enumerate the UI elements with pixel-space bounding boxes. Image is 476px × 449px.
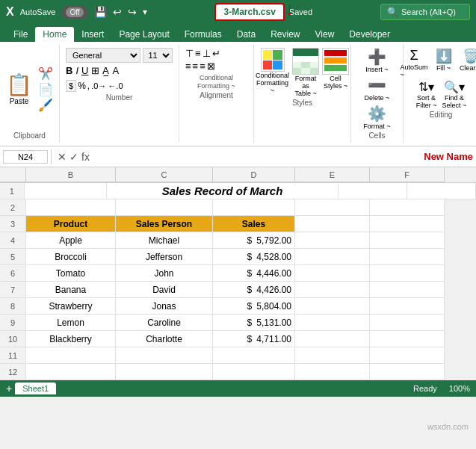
redo-icon[interactable]: ↪: [128, 6, 137, 18]
col-header-c[interactable]: C: [116, 167, 213, 182]
cell-d12[interactable]: [213, 364, 295, 380]
delete-cells-button[interactable]: ➖ Delete ~: [365, 76, 390, 102]
cell-d5[interactable]: $4,528.00: [213, 249, 295, 265]
cell-e4[interactable]: [295, 232, 370, 249]
cell-b3-header[interactable]: Product: [26, 216, 116, 232]
merge-icon[interactable]: ⊠: [207, 61, 215, 72]
filename-tab[interactable]: 3-March.csv ↓: [214, 3, 284, 21]
cell-c10[interactable]: Charlotte: [116, 331, 213, 347]
font-color-icon[interactable]: A: [112, 65, 119, 76]
increase-decimal-button[interactable]: .0→: [91, 81, 106, 90]
cell-c3-header[interactable]: Sales Person: [116, 216, 213, 232]
cell-c8[interactable]: Jonas: [116, 298, 213, 315]
cell-c11[interactable]: [116, 347, 213, 364]
cell-d4[interactable]: $5,792.00: [213, 232, 295, 249]
cell-e12[interactable]: [295, 364, 370, 380]
decrease-decimal-button[interactable]: ←.0: [108, 81, 123, 90]
fill-button[interactable]: ⬇️ Fill ~: [433, 48, 455, 78]
confirm-formula-icon[interactable]: ✓: [69, 151, 78, 163]
cell-styles-button[interactable]: [322, 48, 349, 75]
add-sheet-button[interactable]: +: [6, 383, 12, 394]
cell-b4[interactable]: Apple: [26, 232, 116, 249]
more-commands-icon[interactable]: ▾: [143, 7, 147, 17]
search-box[interactable]: 🔍 Search (Alt+Q): [380, 4, 470, 20]
tab-data[interactable]: Data: [229, 27, 263, 42]
cell-e6[interactable]: [295, 265, 370, 282]
percent-button[interactable]: %: [78, 81, 86, 91]
save-icon[interactable]: 💾: [94, 6, 107, 18]
border-icon[interactable]: ⊞: [91, 65, 99, 76]
align-left-icon[interactable]: ≡: [185, 61, 191, 72]
cell-e2[interactable]: [295, 199, 370, 216]
format-cells-button[interactable]: ⚙️ Format ~: [363, 105, 390, 130]
cell-f7[interactable]: [370, 282, 445, 298]
cell-c7[interactable]: David: [116, 282, 213, 298]
insert-cells-button[interactable]: ➕ Insert ~: [365, 48, 388, 73]
tab-file[interactable]: File: [6, 27, 35, 42]
cell-f2[interactable]: [370, 199, 445, 216]
cell-f5[interactable]: [370, 249, 445, 265]
tab-home[interactable]: Home: [35, 27, 74, 42]
bold-button[interactable]: B: [66, 65, 72, 76]
cell-d3-header[interactable]: Sales: [213, 216, 295, 232]
dollar-sign-button[interactable]: $: [66, 80, 76, 92]
cell-e11[interactable]: [295, 347, 370, 364]
cell-c4[interactable]: Michael: [116, 232, 213, 249]
sort-filter-button[interactable]: ⇅▾ Sort &Filter ~: [415, 80, 438, 109]
cell-f9[interactable]: [370, 315, 445, 331]
copy-icon[interactable]: 📄: [38, 82, 53, 96]
cell-f3[interactable]: [370, 216, 445, 232]
clear-button[interactable]: 🗑️ Clear ~: [460, 48, 476, 78]
underline-button[interactable]: U: [81, 65, 88, 76]
cell-f6[interactable]: [370, 265, 445, 282]
cell-b1[interactable]: [25, 183, 107, 199]
cell-c12[interactable]: [116, 364, 213, 380]
cell-f11[interactable]: [370, 347, 445, 364]
cell-f10[interactable]: [370, 331, 445, 347]
cell-d2[interactable]: [213, 199, 295, 216]
cell-b6[interactable]: Tomato: [26, 265, 116, 282]
align-top-icon[interactable]: ⊤: [185, 48, 194, 59]
cell-d9[interactable]: $5,131.00: [213, 315, 295, 331]
align-center-icon[interactable]: ≡: [193, 61, 199, 72]
tab-formulas[interactable]: Formulas: [177, 27, 229, 42]
cell-b8[interactable]: Strawberry: [26, 298, 116, 315]
autosave-toggle[interactable]: Off: [61, 6, 87, 19]
autosum-button[interactable]: Σ AutoSum ~: [400, 48, 427, 78]
col-header-b[interactable]: B: [26, 167, 116, 182]
align-right-icon[interactable]: ≡: [200, 61, 205, 72]
format-painter-icon[interactable]: 🖌️: [38, 98, 53, 112]
cell-d10[interactable]: $4,711.00: [213, 331, 295, 347]
conditional-formatting-button[interactable]: [261, 48, 285, 72]
cell-b7[interactable]: Banana: [26, 282, 116, 298]
cell-e1[interactable]: [339, 183, 407, 199]
cell-c2[interactable]: [116, 199, 213, 216]
cancel-formula-icon[interactable]: ✕: [58, 151, 67, 163]
cell-b11[interactable]: [26, 347, 116, 364]
wrap-text-icon[interactable]: ↵: [212, 48, 220, 59]
cell-d11[interactable]: [213, 347, 295, 364]
italic-button[interactable]: I: [75, 65, 78, 76]
comma-button[interactable]: ,: [87, 81, 90, 91]
formula-input[interactable]: [93, 150, 416, 164]
cell-c1-title[interactable]: Sales Record of March: [107, 183, 339, 199]
cell-f1[interactable]: [407, 183, 476, 199]
cell-d8[interactable]: $5,804.00: [213, 298, 295, 315]
font-name-select[interactable]: General: [66, 48, 140, 63]
cell-e9[interactable]: [295, 315, 370, 331]
find-select-button[interactable]: 🔍▾ Find &Select ~: [442, 80, 467, 109]
cell-c9[interactable]: Caroline: [116, 315, 213, 331]
cell-reference-input[interactable]: [3, 150, 48, 164]
cell-e5[interactable]: [295, 249, 370, 265]
align-bottom-icon[interactable]: ⊥: [203, 48, 211, 59]
tab-review[interactable]: Review: [263, 27, 307, 42]
cell-c5[interactable]: Jefferson: [116, 249, 213, 265]
col-header-d[interactable]: D: [213, 167, 295, 182]
align-middle-icon[interactable]: ≡: [195, 48, 201, 59]
tab-view[interactable]: View: [308, 27, 342, 42]
paste-button[interactable]: 📋 Paste: [6, 72, 32, 105]
format-as-table-button[interactable]: [292, 48, 319, 75]
tab-page-layout[interactable]: Page Layout: [111, 27, 176, 42]
cell-f8[interactable]: [370, 298, 445, 315]
col-header-e[interactable]: E: [295, 167, 370, 182]
